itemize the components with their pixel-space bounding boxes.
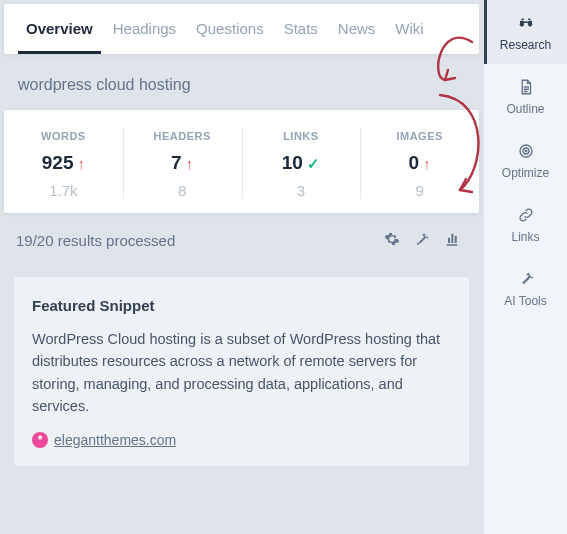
sidebar-item-outline[interactable]: Outline — [484, 64, 567, 128]
sidebar-item-ai-tools[interactable]: AI Tools — [484, 256, 567, 320]
stat-headers: HEADERS 7 ↑ 8 — [123, 110, 242, 213]
svg-point-2 — [525, 150, 527, 152]
binoculars-icon — [517, 14, 535, 32]
tab-news[interactable]: News — [330, 18, 384, 54]
snippet-source-link[interactable]: elegantthemes.com — [54, 432, 176, 448]
stat-value: 0 — [409, 152, 420, 174]
stat-label: IMAGES — [364, 130, 475, 142]
sidebar-item-label: Outline — [506, 102, 544, 116]
tab-questions[interactable]: Questions — [188, 18, 272, 54]
tab-wiki[interactable]: Wiki — [387, 18, 431, 54]
stat-value: 925 — [42, 152, 74, 174]
stat-value: 7 — [171, 152, 182, 174]
stat-words: WORDS 925 ↑ 1.7k — [4, 110, 123, 213]
bar-chart-icon — [444, 231, 460, 250]
stat-target: 8 — [127, 182, 238, 199]
stat-images: IMAGES 0 ↑ 9 — [360, 110, 479, 213]
tabs-card: Overview Headings Questions Stats News W… — [4, 4, 479, 54]
sidebar-item-label: Optimize — [502, 166, 549, 180]
snippet-body: WordPress Cloud hosting is a subset of W… — [32, 328, 451, 418]
chart-button[interactable] — [437, 225, 467, 255]
stat-links: LINKS 10 ✓ 3 — [242, 110, 361, 213]
stat-label: HEADERS — [127, 130, 238, 142]
source-badge-icon: * — [32, 432, 48, 448]
arrow-up-icon: ↑ — [77, 155, 85, 172]
link-icon — [517, 206, 535, 224]
right-sidebar: Research Outline Optimize Links AI Tools — [483, 0, 567, 534]
stat-target: 9 — [364, 182, 475, 199]
target-icon — [517, 142, 535, 160]
gear-icon — [384, 231, 400, 250]
results-progress: 19/20 results processed — [16, 232, 175, 249]
stat-label: WORDS — [8, 130, 119, 142]
wand-icon — [517, 270, 535, 288]
stat-value: 10 — [282, 152, 303, 174]
search-query: wordpress cloud hosting — [0, 54, 483, 100]
snippet-title: Featured Snippet — [32, 297, 451, 314]
sidebar-item-label: Links — [511, 230, 539, 244]
sidebar-item-label: AI Tools — [504, 294, 546, 308]
arrow-up-icon: ↑ — [423, 155, 431, 172]
wand-icon — [414, 231, 430, 250]
tab-headings[interactable]: Headings — [105, 18, 184, 54]
sidebar-item-research[interactable]: Research — [484, 0, 567, 64]
magic-button[interactable] — [407, 225, 437, 255]
sidebar-item-optimize[interactable]: Optimize — [484, 128, 567, 192]
settings-button[interactable] — [377, 225, 407, 255]
arrow-up-icon: ↑ — [186, 155, 194, 172]
file-icon — [517, 78, 535, 96]
tab-stats[interactable]: Stats — [276, 18, 326, 54]
featured-snippet: Featured Snippet WordPress Cloud hosting… — [14, 277, 469, 466]
stat-target: 3 — [246, 182, 357, 199]
stat-label: LINKS — [246, 130, 357, 142]
sidebar-item-links[interactable]: Links — [484, 192, 567, 256]
content-tabs: Overview Headings Questions Stats News W… — [4, 4, 479, 54]
sidebar-item-label: Research — [500, 38, 551, 52]
tab-overview[interactable]: Overview — [18, 18, 101, 54]
check-icon: ✓ — [307, 155, 320, 173]
stats-card: WORDS 925 ↑ 1.7k HEADERS 7 ↑ 8 LINKS 10 — [4, 110, 479, 213]
stat-target: 1.7k — [8, 182, 119, 199]
